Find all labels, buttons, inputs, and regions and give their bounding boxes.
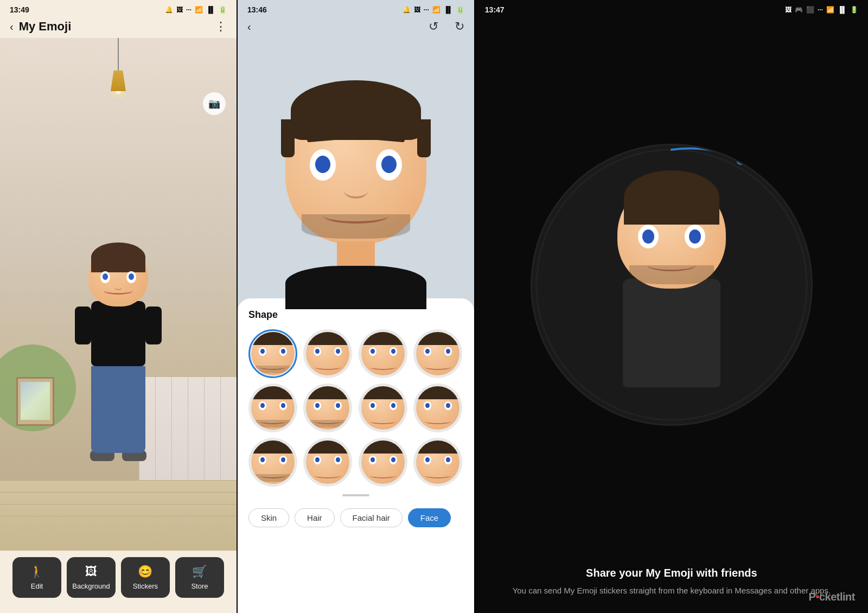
lamp-cord [118, 38, 119, 71]
face-option-9[interactable] [248, 438, 297, 487]
fo-eye-l-5 [259, 401, 266, 410]
fo-smile-11 [370, 473, 396, 478]
panel3-emoji-character [558, 164, 786, 424]
tab-skin[interactable]: Skin [248, 508, 289, 527]
image-icon-2: 🖼 [414, 6, 420, 14]
face-option-img-2 [306, 332, 349, 375]
logo-p: P [809, 591, 816, 603]
store-icon: 🛒 [192, 565, 207, 579]
fo-eye-l-2 [314, 347, 321, 356]
face-option-7[interactable] [359, 384, 407, 432]
face-option-1[interactable] [248, 329, 297, 378]
fo-eye-l-6 [314, 401, 321, 410]
undo-button[interactable]: ↺ [429, 20, 438, 34]
fo-hair-9 [252, 440, 293, 454]
p3-beard [629, 265, 714, 284]
fo-smile-7 [370, 419, 396, 424]
tab-hair[interactable]: Hair [295, 508, 335, 527]
panel2-header: ‹ ↺ ↻ [238, 16, 474, 38]
stickers-icon: 😊 [138, 565, 152, 579]
edit-icon: 🚶 [29, 565, 44, 579]
edit-label: Edit [31, 582, 43, 590]
circle-frame-container [475, 16, 868, 554]
face-hair [291, 80, 421, 140]
character-eye-right [126, 271, 136, 283]
face-eye-left [310, 149, 336, 181]
edit-button[interactable]: 🚶 Edit [12, 557, 61, 598]
signal-icon-2: ▐▌ [444, 6, 453, 14]
store-button[interactable]: 🛒 Store [175, 557, 224, 598]
fo-hair-7 [362, 386, 404, 399]
fo-beard-1 [256, 366, 290, 373]
tab-facial-hair[interactable]: Facial hair [340, 508, 403, 527]
face-option-4[interactable] [413, 329, 462, 378]
face-option-8[interactable] [413, 384, 462, 432]
fo-eye-r-7 [390, 401, 397, 410]
face-option-img-6 [306, 386, 349, 430]
character-arms [75, 306, 162, 323]
face-container [285, 92, 426, 244]
fo-eye-r-8 [444, 401, 452, 410]
floor-decor [0, 480, 237, 551]
logo-dot: • [815, 591, 819, 603]
status-time-2: 13:46 [247, 5, 267, 14]
face-option-img-8 [416, 386, 459, 430]
fo-hair-6 [307, 386, 348, 399]
face-option-10[interactable] [303, 438, 352, 487]
character-head [88, 247, 148, 306]
face-pupil-right [381, 156, 397, 173]
background-button[interactable]: 🖼 Background [67, 557, 116, 598]
stickers-button[interactable]: 😊 Stickers [121, 557, 170, 598]
signal-bars-3: ▐▌ [838, 6, 847, 14]
stickers-label: Stickers [133, 582, 158, 590]
p3-eye-left [638, 225, 659, 248]
face-option-6[interactable] [303, 384, 352, 432]
fo-smile-3 [370, 365, 396, 370]
redo-button[interactable]: ↻ [455, 20, 464, 34]
fo-hair-4 [417, 332, 458, 345]
wifi-icon: 📶 [195, 6, 203, 14]
fo-eye-r-1 [279, 347, 287, 356]
fo-smile-4 [425, 365, 451, 370]
lamp-shade [111, 71, 126, 91]
wifi-icon-3: 📶 [826, 6, 834, 14]
back-button[interactable]: ‹ [10, 21, 14, 33]
face-option-2[interactable] [303, 329, 352, 378]
character-smile [104, 287, 133, 295]
face-option-12[interactable] [413, 438, 462, 487]
fo-eye-r-6 [334, 401, 342, 410]
share-description: You can send My Emoji stickers straight … [508, 585, 835, 597]
fo-eye-l-11 [369, 456, 376, 464]
status-time-3: 13:47 [485, 5, 505, 14]
game-icon-3: 🎮 [795, 6, 803, 14]
face-option-5[interactable] [248, 384, 297, 432]
notification-icon: 🔔 [165, 6, 173, 14]
face-option-img-12 [416, 440, 459, 484]
shape-title: Shape [248, 309, 463, 321]
face-option-img-10 [306, 440, 349, 484]
character-eye-left [100, 271, 110, 283]
fo-eye-l-9 [259, 456, 266, 464]
fo-eye-l-4 [424, 347, 431, 356]
fo-eye-r-10 [334, 456, 342, 464]
back-button-2[interactable]: ‹ [247, 21, 251, 33]
status-bar-1: 13:49 🔔 🖼 ··· 📶 ▐▌ 🔋 [0, 0, 237, 16]
fo-hair-3 [362, 332, 404, 345]
notification-icon-3: 🖼 [785, 6, 792, 14]
background-scene: 📷 [0, 38, 237, 551]
emoji-character [69, 247, 167, 486]
p3-pupil-right [689, 229, 701, 244]
tab-face[interactable]: Face [408, 508, 451, 527]
more-options-button[interactable]: ⋮ [215, 20, 227, 34]
signal-icon: ▐▌ [206, 6, 215, 14]
fo-hair-8 [417, 386, 458, 399]
face-option-3[interactable] [359, 329, 407, 378]
character-leg-right [119, 366, 141, 453]
camera-button[interactable]: 📷 [203, 92, 226, 115]
face-skin [285, 92, 426, 244]
character-arm-left [75, 306, 91, 344]
character-pupil-left [103, 273, 108, 280]
face-option-11[interactable] [359, 438, 407, 487]
emoji-circle-frame [531, 144, 813, 426]
fo-eye-l-1 [259, 347, 266, 356]
